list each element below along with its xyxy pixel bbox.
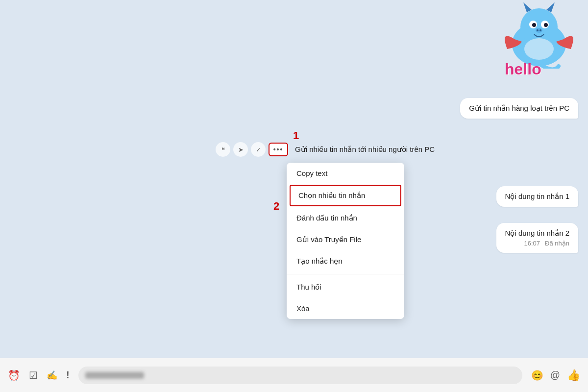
message-time: 16:07 [524,240,540,247]
recall-menu-item[interactable]: Thu hồi [287,276,404,298]
message-bubble-3: Nội dung tin nhắn 1 [496,186,578,207]
send-file-menu-item[interactable]: Gửi vào Truyền File [287,229,404,250]
chat-page: hello Gửi tin nhắn hàng loạt trên PC ❝ ➤… [0,0,588,392]
input-placeholder [85,372,144,379]
svg-point-7 [544,23,548,27]
context-menu: Copy text Chọn nhiều tin nhắn Đánh dấu t… [287,163,404,319]
mark-message-menu-item[interactable]: Đánh dấu tin nhắn [287,207,404,229]
message-text-inline: Gửi nhiều tin nhắn tới nhiều người trên … [295,145,435,154]
svg-point-6 [532,23,536,27]
quote-button[interactable]: ❝ [216,142,230,157]
message-text-1: Gửi tin nhắn hàng loạt trên PC [460,98,578,119]
number-label-1: 1 [293,129,299,142]
thumbs-up-icon[interactable]: 👍 [567,369,580,382]
number-label-2: 2 [273,200,279,213]
select-messages-menu-item[interactable]: Chọn nhiều tin nhắn [290,185,401,206]
message-bubble-4: Nội dung tin nhắn 2 16:07 Đã nhận [496,223,578,253]
sticker-area: hello [495,0,583,83]
message-input[interactable] [78,367,522,384]
bottom-toolbar: ⏰ ☑ ✍ ! 😊 @ 👍 [0,358,588,392]
delete-menu-item[interactable]: Xóa [287,298,404,319]
svg-point-11 [524,38,554,60]
svg-point-10 [539,29,541,31]
message-status: Đã nhận [545,240,569,247]
emoji-icon[interactable]: 😊 [531,369,543,381]
message-meta: 16:07 Đã nhận [505,240,569,247]
forward-button[interactable]: ➤ [233,142,248,157]
check-button[interactable]: ✓ [251,142,266,157]
sticker-character-icon [495,0,583,69]
checklist-icon[interactable]: ☑ [29,369,38,381]
right-toolbar-icons: 😊 @ 👍 [531,369,580,382]
message-bubble-1: Gửi tin nhắn hàng loạt trên PC [460,98,578,119]
message-text-4: Nội dung tin nhắn 2 16:07 Đã nhận [496,223,578,253]
hello-label: hello [505,60,541,78]
message-text-3: Nội dung tin nhắn 1 [496,186,578,207]
text-format-icon[interactable]: ✍ [47,370,57,381]
mention-icon[interactable]: @ [550,369,560,381]
create-reminder-menu-item[interactable]: Tạo nhắc hẹn [287,250,404,272]
more-options-button[interactable]: ••• [269,143,288,156]
exclamation-icon[interactable]: ! [66,369,70,381]
clock-icon[interactable]: ⏰ [8,369,20,381]
message-action-row: ❝ ➤ ✓ ••• Gửi nhiều tin nhắn tới nhiều n… [216,142,435,157]
copy-text-menu-item[interactable]: Copy text [287,163,404,184]
svg-point-9 [537,29,539,31]
menu-divider [287,274,404,274]
